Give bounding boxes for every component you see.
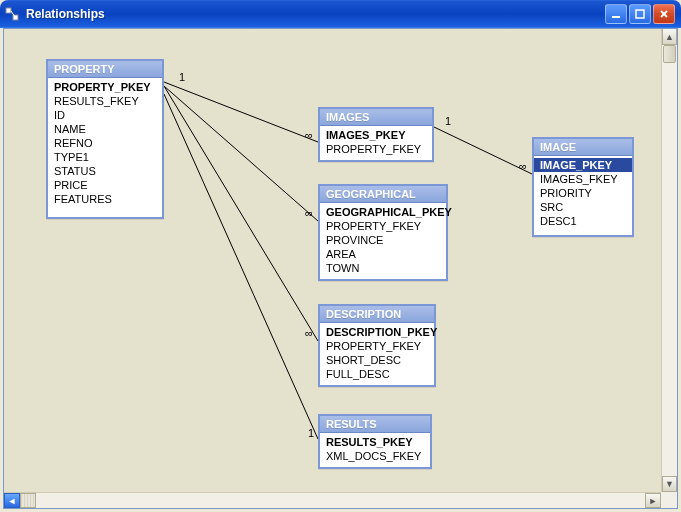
relationships-icon [4, 6, 20, 22]
table-images[interactable]: IMAGESIMAGES_PKEYPROPERTY_FKEY [318, 107, 434, 162]
table-header[interactable]: DESCRIPTION [320, 306, 434, 323]
field[interactable]: IMAGES_FKEY [540, 172, 626, 186]
vertical-scroll-track[interactable] [662, 45, 677, 476]
field[interactable]: GEOGRAPHICAL_PKEY [326, 205, 440, 219]
svg-rect-3 [612, 16, 620, 18]
table-header[interactable]: GEOGRAPHICAL [320, 186, 446, 203]
table-geographical[interactable]: GEOGRAPHICALGEOGRAPHICAL_PKEYPROPERTY_FK… [318, 184, 448, 281]
field[interactable]: PROVINCE [326, 233, 440, 247]
svg-line-9 [164, 86, 318, 341]
field[interactable]: AREA [326, 247, 440, 261]
field[interactable]: REFNO [54, 136, 156, 150]
field-list: PROPERTY_PKEYRESULTS_FKEYIDNAMEREFNOTYPE… [48, 78, 162, 210]
field[interactable]: PROPERTY_FKEY [326, 339, 428, 353]
cardinality-label: 1 [444, 115, 452, 127]
scroll-left-button[interactable]: ◄ [4, 493, 20, 508]
field[interactable]: TOWN [326, 261, 440, 275]
field[interactable]: PROPERTY_FKEY [326, 219, 440, 233]
field[interactable]: IMAGES_PKEY [326, 128, 426, 142]
cardinality-label: ∞ [304, 327, 314, 339]
field[interactable]: FEATURES [54, 192, 156, 206]
table-description[interactable]: DESCRIPTIONDESCRIPTION_PKEYPROPERTY_FKEY… [318, 304, 436, 387]
scroll-corner [661, 492, 677, 508]
scroll-right-button[interactable]: ► [645, 493, 661, 508]
field[interactable]: TYPE1 [54, 150, 156, 164]
field[interactable]: DESCRIPTION_PKEY [326, 325, 428, 339]
svg-line-10 [164, 94, 318, 439]
field[interactable]: SRC [540, 200, 626, 214]
field[interactable]: PRICE [54, 178, 156, 192]
field[interactable]: RESULTS_PKEY [326, 435, 424, 449]
field-list: DESCRIPTION_PKEYPROPERTY_FKEYSHORT_DESCF… [320, 323, 434, 385]
cardinality-label: ∞ [518, 160, 528, 172]
field[interactable]: DESC1 [540, 214, 626, 228]
field-list: RESULTS_PKEYXML_DOCS_FKEY [320, 433, 430, 467]
field[interactable]: RESULTS_FKEY [54, 94, 156, 108]
field-list: IMAGE_PKEYIMAGES_FKEYPRIORITYSRCDESC1 [534, 156, 632, 232]
vertical-scrollbar[interactable]: ▲ ▼ [661, 29, 677, 492]
field-list: IMAGES_PKEYPROPERTY_FKEY [320, 126, 432, 160]
maximize-button[interactable] [629, 4, 651, 24]
field[interactable]: PROPERTY_FKEY [326, 142, 426, 156]
cardinality-label: 1 [307, 427, 315, 439]
field[interactable]: STATUS [54, 164, 156, 178]
scroll-down-button[interactable]: ▼ [662, 476, 677, 492]
field[interactable]: IMAGE_PKEY [534, 158, 632, 172]
table-results[interactable]: RESULTSRESULTS_PKEYXML_DOCS_FKEY [318, 414, 432, 469]
field[interactable]: NAME [54, 122, 156, 136]
table-property[interactable]: PROPERTYPROPERTY_PKEYRESULTS_FKEYIDNAMER… [46, 59, 164, 219]
window-title: Relationships [26, 7, 605, 21]
svg-line-7 [164, 82, 318, 142]
cardinality-label: ∞ [304, 207, 314, 219]
cardinality-label: ∞ [304, 129, 314, 141]
svg-rect-0 [6, 8, 11, 13]
minimize-button[interactable] [605, 4, 627, 24]
vertical-scroll-thumb[interactable] [663, 45, 676, 63]
table-header[interactable]: RESULTS [320, 416, 430, 433]
svg-rect-4 [636, 10, 644, 18]
close-button[interactable] [653, 4, 675, 24]
cardinality-label: 1 [178, 71, 186, 83]
field[interactable]: ID [54, 108, 156, 122]
field[interactable]: FULL_DESC [326, 367, 428, 381]
scroll-up-button[interactable]: ▲ [662, 29, 677, 45]
window-titlebar[interactable]: Relationships [0, 0, 681, 28]
field[interactable]: XML_DOCS_FKEY [326, 449, 424, 463]
client-area: PROPERTYPROPERTY_PKEYRESULTS_FKEYIDNAMER… [3, 28, 678, 509]
table-header[interactable]: IMAGE [534, 139, 632, 156]
table-header[interactable]: PROPERTY [48, 61, 162, 78]
horizontal-scrollbar[interactable]: ◄ ► [4, 492, 661, 508]
field-list: GEOGRAPHICAL_PKEYPROPERTY_FKEYPROVINCEAR… [320, 203, 446, 279]
field[interactable]: PRIORITY [540, 186, 626, 200]
table-header[interactable]: IMAGES [320, 109, 432, 126]
field[interactable]: SHORT_DESC [326, 353, 428, 367]
table-image[interactable]: IMAGEIMAGE_PKEYIMAGES_FKEYPRIORITYSRCDES… [532, 137, 634, 237]
nav-selector-button[interactable] [20, 493, 36, 508]
svg-line-8 [164, 86, 318, 221]
diagram-canvas[interactable]: PROPERTYPROPERTY_PKEYRESULTS_FKEYIDNAMER… [4, 29, 661, 492]
field[interactable]: PROPERTY_PKEY [54, 80, 156, 94]
